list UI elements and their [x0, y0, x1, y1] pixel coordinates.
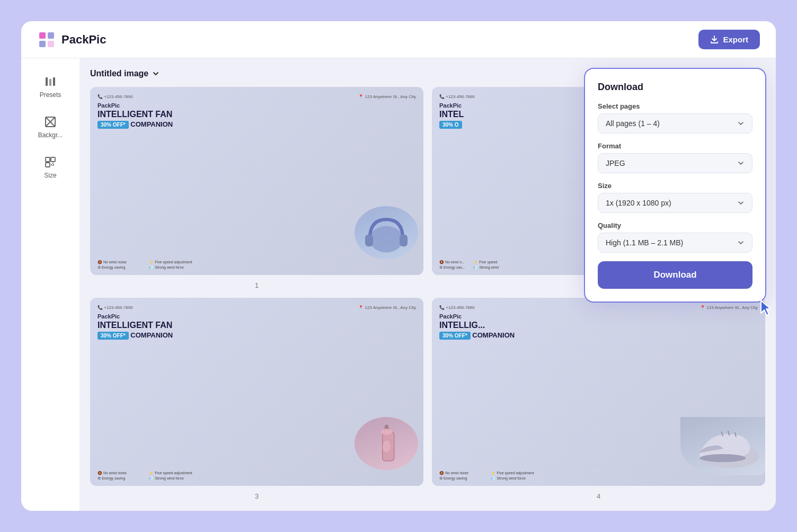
card-inner-3: 📞 +123-456-7890 📍 123 Anywhere St., Any …: [90, 298, 423, 486]
sidebar-item-presets[interactable]: Presets: [28, 69, 73, 105]
main-content: Presets Backgr...: [21, 58, 776, 511]
panel-title: Download: [598, 82, 752, 93]
size-dropdown[interactable]: 1x (1920 x 1080 px): [598, 193, 752, 213]
svg-point-24: [380, 429, 392, 435]
page-number-1: 1: [255, 281, 259, 289]
download-button-label: Download: [653, 270, 696, 280]
card-features-1: 🔕 No wind noise ⚡ Five speed adjustment …: [98, 260, 192, 270]
select-pages-dropdown[interactable]: All pages (1 – 4): [598, 113, 752, 134]
perfume-svg: [372, 420, 401, 467]
card-badge-2: 30% O: [439, 121, 462, 129]
pages-chevron-icon: [737, 120, 745, 127]
svg-rect-3: [48, 41, 54, 47]
page-card-3[interactable]: 📞 +123-456-7890 📍 123 Anywhere St., Any …: [90, 298, 423, 486]
size-field: Size 1x (1920 x 1080 px): [598, 182, 752, 213]
format-value: JPEG: [606, 159, 625, 167]
page-slot-3: 📞 +123-456-7890 📍 123 Anywhere St., Any …: [90, 298, 423, 500]
sidebar-item-background[interactable]: Backgr...: [28, 109, 73, 145]
svg-point-26: [382, 441, 390, 453]
header: PackPic Export: [21, 21, 776, 58]
card-header-1: 📞 +123-456-7890 📍 123 Anywhere St., Any …: [98, 94, 416, 99]
page-slot-4: 📞 +123-456-7890 📍 123 Anywhere St., Any …: [432, 298, 765, 500]
headphones-svg: [360, 209, 413, 256]
page-slot-1: 📞 +123-456-7890 📍 123 Anywhere St., Any …: [90, 87, 423, 289]
sidebar-item-size[interactable]: Size: [28, 149, 73, 185]
page-card-1[interactable]: 📞 +123-456-7890 📍 123 Anywhere St., Any …: [90, 87, 423, 275]
presets-icon: [44, 75, 57, 88]
size-icon: [44, 156, 57, 169]
card-brand-4: PackPic: [439, 313, 758, 320]
card-features-4: 🔕 No wind noise ⚡ Five speed adjustment …: [439, 471, 534, 481]
svg-rect-0: [39, 32, 46, 39]
svg-rect-12: [51, 157, 55, 162]
export-label: Export: [723, 35, 748, 44]
quality-label: Quality: [598, 221, 752, 229]
card-badge-4: 30% OFF*: [439, 332, 471, 340]
card-product-perfume: [355, 417, 418, 470]
select-pages-label: Select pages: [598, 102, 752, 110]
outer-background: PackPic Export Presets: [0, 0, 797, 532]
format-field: Format JPEG: [598, 142, 752, 173]
packpic-logo-icon: [37, 30, 56, 49]
canvas-area: Untitled image 📞 +123-456-7890: [79, 58, 776, 511]
card-product-shoe: [680, 417, 765, 475]
quality-value: High (1.1 MB – 2.1 MB): [606, 238, 683, 247]
shoe-svg: [683, 420, 763, 473]
size-label: Size: [598, 182, 752, 190]
card-features-2: 🔕 No wind n... ⚡ Five speed ⚙ Energy sav…: [439, 260, 499, 270]
svg-rect-6: [49, 79, 51, 86]
app-window: PackPic Export Presets: [21, 21, 776, 511]
card-features-3: 🔕 No wind noise ⚡ Five speed adjustment …: [98, 471, 192, 481]
cursor-svg: [758, 298, 776, 317]
card-inner-4: 📞 +123-456-7890 📍 123 Anywhere St., Any …: [432, 298, 765, 486]
select-pages-field: Select pages All pages (1 – 4): [598, 102, 752, 134]
image-title-text: Untitled image: [90, 69, 148, 78]
card-title-3: INTELLIGENT FAN: [98, 321, 416, 330]
card-title-4: INTELLIG...: [439, 321, 758, 330]
format-dropdown[interactable]: JPEG: [598, 153, 752, 173]
svg-point-4: [45, 38, 48, 41]
page-number-4: 4: [597, 492, 600, 500]
size-value: 1x (1920 x 1080 px): [606, 199, 671, 207]
page-card-4[interactable]: 📞 +123-456-7890 📍 123 Anywhere St., Any …: [432, 298, 765, 486]
card-header-3: 📞 +123-456-7890 📍 123 Anywhere St., Any …: [98, 305, 416, 310]
download-button[interactable]: Download: [598, 261, 752, 289]
card-header-4: 📞 +123-456-7890 📍 123 Anywhere St., Any …: [439, 305, 758, 310]
quality-field: Quality High (1.1 MB – 2.1 MB): [598, 221, 752, 253]
card-inner-1: 📞 +123-456-7890 📍 123 Anywhere St., Any …: [90, 87, 423, 275]
size-label: Size: [44, 172, 56, 179]
download-btn-container: Download: [598, 261, 752, 289]
card-badge-3: 30% OFF*: [98, 332, 129, 340]
card-title-1: INTELLIGENT FAN: [98, 110, 416, 119]
quality-chevron-icon: [737, 239, 745, 246]
quality-dropdown[interactable]: High (1.1 MB – 2.1 MB): [598, 233, 752, 253]
export-icon: [710, 36, 719, 44]
format-label: Format: [598, 142, 752, 150]
card-brand-3: PackPic: [98, 313, 416, 320]
background-label: Backgr...: [38, 131, 63, 139]
download-panel: Download Select pages All pages (1 – 4): [585, 69, 765, 302]
svg-rect-7: [53, 77, 55, 86]
format-chevron-icon: [737, 159, 745, 167]
dropdown-chevron-icon: [152, 69, 160, 78]
background-icon: [44, 116, 57, 128]
svg-rect-17: [365, 235, 373, 247]
svg-rect-18: [400, 235, 408, 247]
presets-label: Presets: [40, 91, 61, 99]
svg-rect-11: [46, 157, 50, 162]
select-pages-value: All pages (1 – 4): [606, 119, 660, 128]
svg-point-16: [370, 226, 403, 253]
app-name: PackPic: [61, 33, 106, 47]
card-product-headphones: [355, 206, 418, 259]
svg-rect-2: [39, 41, 46, 47]
card-brand-1: PackPic: [98, 102, 416, 109]
card-badge-1: 30% OFF*: [98, 121, 129, 129]
export-button[interactable]: Export: [698, 30, 760, 49]
page-number-3: 3: [255, 492, 259, 500]
size-chevron-icon: [737, 199, 745, 207]
image-title[interactable]: Untitled image: [90, 69, 160, 78]
svg-rect-1: [48, 32, 54, 39]
svg-rect-5: [46, 77, 48, 86]
logo-area: PackPic: [37, 30, 106, 49]
svg-rect-25: [385, 425, 388, 429]
